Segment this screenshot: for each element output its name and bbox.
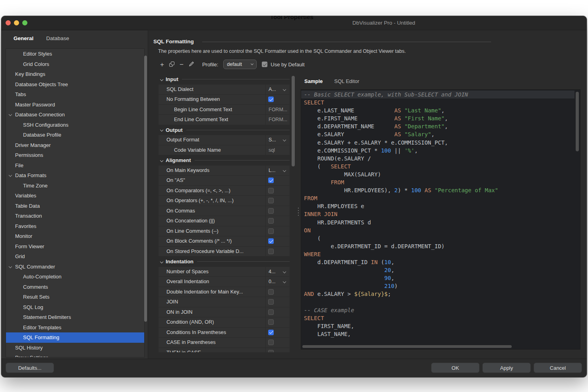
checkbox-then-in-case[interactable] (268, 350, 274, 353)
chevron-down-icon[interactable] (283, 87, 286, 91)
chevron-down-icon[interactable] (160, 128, 163, 131)
remove-profile-button[interactable]: − (180, 61, 184, 68)
tree-item-sql-commander[interactable]: SQL Commander (6, 262, 144, 272)
chevron-down-icon[interactable] (160, 78, 163, 81)
tab-database[interactable]: Database (46, 35, 69, 41)
setting-row-join[interactable]: JOIN (159, 297, 290, 307)
tree-item-tabs[interactable]: Tabs (6, 89, 144, 100)
tree-item-form-viewer[interactable]: Form Viewer (6, 241, 144, 252)
setting-row-conditions-in-parentheses[interactable]: Conditions In Parentheses (159, 328, 290, 338)
edit-profile-button[interactable] (189, 61, 194, 68)
checkbox-on-comparators[interactable] (268, 188, 274, 193)
tree-item-sql-history[interactable]: SQL History (6, 343, 144, 353)
setting-row-begin-line-comment-text[interactable]: Begin Line Comment TextFORM... (159, 105, 290, 115)
tree-item-statement-delimiters[interactable]: Statement Delimiters (6, 312, 144, 322)
chevron-down-icon[interactable] (283, 270, 286, 273)
chevron-down-icon[interactable] (9, 174, 12, 177)
tree-item-ssh-configurations[interactable]: SSH Configurations (6, 120, 144, 130)
setting-row-then-in-case[interactable]: THEN in CASE (159, 348, 290, 353)
tree-item-sql-formatting[interactable]: SQL Formatting (6, 332, 144, 343)
checkbox-on-operators-in[interactable] (268, 198, 274, 203)
tree-item-auto-completion[interactable]: Auto-Completion (6, 272, 144, 282)
tree-item-permissions[interactable]: Permissions (6, 150, 144, 160)
tree-item-database-objects-tree[interactable]: Database Objects Tree (6, 79, 144, 90)
tab-general[interactable]: General (14, 35, 33, 41)
tree-item-driver-manager[interactable]: Driver Manager (6, 140, 144, 151)
apply-button[interactable]: Apply (482, 363, 531, 373)
use-by-default-checkbox[interactable] (262, 62, 267, 67)
tree-item-sql-log[interactable]: SQL Log (6, 302, 144, 313)
checkbox-on-block-comments[interactable] (268, 238, 274, 244)
code-vertical-scrollbar-thumb[interactable] (576, 92, 579, 151)
add-profile-button[interactable]: + (160, 61, 164, 68)
tree-item-file[interactable]: File (6, 160, 144, 171)
tree-item-variables[interactable]: Variables (6, 191, 144, 201)
chevron-down-icon[interactable] (9, 265, 12, 268)
setting-row-sql-dialect[interactable]: SQL DialectA... (159, 85, 290, 95)
tree-item-time-zone[interactable]: Time Zone (6, 181, 144, 191)
checkbox-join[interactable] (268, 299, 274, 305)
setting-row-no-formatting-between[interactable]: No Formatting Between (159, 95, 290, 104)
checkbox-condition-and-or[interactable] (268, 319, 274, 325)
checkbox-on-concatenation[interactable] (268, 218, 274, 224)
setting-row-on-comparators[interactable]: On Comparators (=, <, >, ...) (159, 186, 290, 196)
chevron-down-icon[interactable] (160, 159, 163, 162)
setting-row-on-stored-procedure-variable-d[interactable]: On Stored Procedure Variable D... (159, 247, 290, 257)
chevron-down-icon[interactable] (283, 168, 286, 172)
tree-item-grid[interactable]: Grid (6, 251, 144, 262)
setting-row-double-indentation-for-main-key[interactable]: Double Indentation for Main Key... (159, 287, 290, 297)
tree-item-monitor[interactable]: Monitor (6, 231, 144, 241)
setting-row-on-in-join[interactable]: ON in JOIN (159, 307, 290, 317)
settings-scrollbar-thumb[interactable] (292, 76, 295, 166)
ok-button[interactable]: OK (431, 363, 480, 373)
zoom-button[interactable] (22, 20, 27, 25)
checkbox-on-commas[interactable] (268, 208, 274, 214)
setting-row-case-in-parentheses[interactable]: CASE in Parentheses (159, 338, 290, 348)
setting-row-on-main-keywords[interactable]: On Main KeywordsL... (159, 166, 290, 176)
setting-row-on-line-comments[interactable]: On Line Comments (--) (159, 226, 290, 236)
minimize-button[interactable] (14, 20, 19, 25)
setting-row-output-format[interactable]: Output FormatS... (159, 135, 290, 145)
tab-sql-editor[interactable]: SQL Editor (334, 78, 359, 84)
checkbox-on-as[interactable] (268, 178, 274, 183)
chevron-down-icon[interactable] (160, 260, 163, 263)
setting-row-overall-indentation[interactable]: Overall Indentation0... (159, 277, 290, 287)
setting-row-number-of-spaces[interactable]: Number of Spaces4... (159, 267, 290, 277)
chevron-down-icon[interactable] (283, 280, 286, 283)
setting-row-on-concatenation[interactable]: On Concatenation (||) (159, 216, 290, 226)
setting-row-on-operators-in[interactable]: On Operators (+, -, *, /, IN, ...) (159, 196, 290, 206)
tree-item-comments[interactable]: Comments (6, 282, 144, 292)
tree-item-proxy-settings[interactable]: Proxy Settings (6, 353, 144, 357)
tree-item-favorites[interactable]: Favorites (6, 221, 144, 232)
checkbox-double-indentation-for-main-key[interactable] (268, 289, 274, 295)
tree-item-transaction[interactable]: Transaction (6, 211, 144, 221)
checkbox-no-formatting-between[interactable] (268, 97, 274, 102)
section-header-alignment[interactable]: Alignment (159, 155, 290, 166)
checkbox-on-stored-procedure-variable-d[interactable] (268, 249, 274, 254)
checkbox-on-in-join[interactable] (268, 309, 274, 315)
cancel-button[interactable]: Cancel (534, 363, 582, 373)
tree-item-grid-colors[interactable]: Grid Colors (6, 59, 144, 70)
tree-item-editor-styles[interactable]: Editor Styles (6, 49, 144, 59)
checkbox-conditions-in-parentheses[interactable] (268, 330, 274, 335)
section-header-input[interactable]: Input (159, 74, 290, 85)
chevron-down-icon[interactable] (283, 138, 286, 141)
tree-item-database-profile[interactable]: Database Profile (6, 130, 144, 140)
tree-item-result-sets[interactable]: Result Sets (6, 292, 144, 302)
close-button[interactable] (6, 20, 11, 25)
defaults-button[interactable]: Defaults... (6, 363, 54, 373)
setting-row-on-block-comments[interactable]: On Block Comments (/* ... */) (159, 236, 290, 246)
setting-row-code-variable-name[interactable]: Code Variable Namesql (159, 145, 290, 155)
setting-row-on-as[interactable]: On "AS" (159, 176, 290, 185)
tab-sample[interactable]: Sample (304, 78, 323, 84)
profile-select[interactable]: default (223, 60, 257, 69)
setting-row-end-line-comment-text[interactable]: End Line Comment TextFORM... (159, 115, 290, 125)
tree-item-key-bindings[interactable]: Key Bindings (6, 69, 144, 79)
tree-item-table-data[interactable]: Table Data (6, 201, 144, 211)
code-horizontal-scrollbar-thumb[interactable] (302, 345, 512, 348)
setting-row-on-commas[interactable]: On Commas (159, 206, 290, 216)
tree-item-data-formats[interactable]: Data Formats (6, 170, 144, 181)
checkbox-case-in-parentheses[interactable] (268, 340, 274, 345)
tree-item-master-password[interactable]: Master Password (6, 100, 144, 110)
tree-item-database-connection[interactable]: Database Connection (6, 110, 144, 120)
